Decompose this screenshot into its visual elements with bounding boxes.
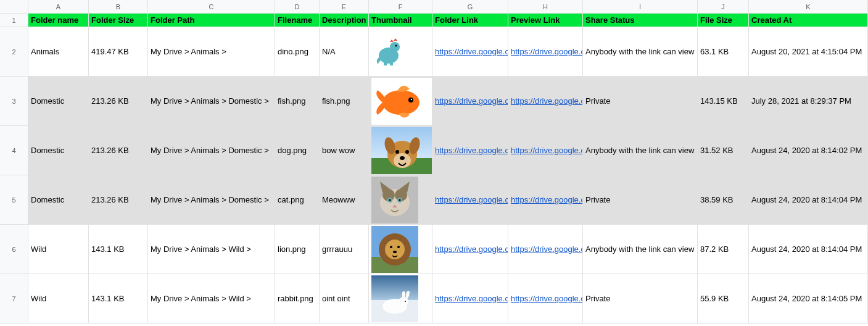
preview-link[interactable]: https://drive.google.c: [511, 294, 583, 303]
row-header-3[interactable]: 3: [0, 77, 28, 126]
preview-link-cell[interactable]: https://drive.google.c: [508, 27, 583, 77]
folder-name-cell[interactable]: Wild: [28, 225, 89, 274]
folder-size-cell[interactable]: 419.47 KB: [89, 27, 148, 77]
folder-name-cell[interactable]: Wild: [28, 274, 89, 324]
preview-link-cell[interactable]: https://drive.google.c: [508, 274, 583, 324]
folder-link[interactable]: https://drive.google.c: [435, 146, 508, 155]
preview-link-cell[interactable]: https://drive.google.c: [508, 77, 583, 126]
description-cell[interactable]: bow wow: [320, 126, 369, 175]
row-header-5[interactable]: 5: [0, 175, 28, 225]
description-cell[interactable]: N/A: [320, 27, 369, 77]
share-status-cell[interactable]: Anybody with the link can view: [583, 126, 698, 175]
description-cell[interactable]: Meowww: [320, 175, 369, 225]
folder-link-cell[interactable]: https://drive.google.c: [432, 77, 508, 126]
column-header-b[interactable]: B: [89, 0, 148, 14]
header-cell-c[interactable]: Folder Path: [148, 14, 275, 27]
header-cell-b[interactable]: Folder Size: [89, 14, 148, 27]
select-all-corner[interactable]: [0, 0, 28, 14]
row-header-1[interactable]: 1: [0, 14, 28, 27]
folder-link-cell[interactable]: https://drive.google.c: [432, 274, 508, 324]
folder-path-cell[interactable]: My Drive > Animals >: [148, 27, 275, 77]
share-status-cell[interactable]: Anybody with the link can view: [583, 27, 698, 77]
column-header-g[interactable]: G: [432, 0, 508, 14]
folder-size-cell[interactable]: 143.1 KB: [89, 274, 148, 324]
file-size-cell[interactable]: 143.15 KB: [698, 77, 749, 126]
column-header-h[interactable]: H: [508, 0, 583, 14]
folder-size-cell[interactable]: 213.26 KB: [89, 175, 148, 225]
preview-link[interactable]: https://drive.google.c: [511, 47, 583, 56]
header-cell-h[interactable]: Preview Link: [508, 14, 583, 27]
folder-link[interactable]: https://drive.google.c: [435, 294, 508, 303]
filename-cell[interactable]: dino.png: [275, 27, 320, 77]
preview-link[interactable]: https://drive.google.c: [511, 146, 583, 155]
filename-cell[interactable]: rabbit.png: [275, 274, 320, 324]
thumbnail-cell[interactable]: [369, 27, 432, 77]
header-cell-k[interactable]: Created At: [749, 14, 868, 27]
created-at-cell[interactable]: August 20, 2021 at 4:15:04 PM: [749, 27, 868, 77]
folder-path-cell[interactable]: My Drive > Animals > Domestic >: [148, 77, 275, 126]
folder-link[interactable]: https://drive.google.c: [435, 195, 508, 204]
column-header-k[interactable]: K: [749, 0, 868, 14]
column-header-f[interactable]: F: [369, 0, 432, 14]
folder-path-cell[interactable]: My Drive > Animals > Domestic >: [148, 126, 275, 175]
preview-link[interactable]: https://drive.google.c: [511, 96, 583, 106]
header-cell-e[interactable]: Description: [320, 14, 369, 27]
created-at-cell[interactable]: August 24, 2020 at 8:14:02 PM: [749, 126, 868, 175]
share-status-cell[interactable]: Private: [583, 274, 698, 324]
folder-link[interactable]: https://drive.google.c: [435, 244, 508, 254]
preview-link-cell[interactable]: https://drive.google.c: [508, 175, 583, 225]
folder-size-cell[interactable]: 213.26 KB: [89, 126, 148, 175]
header-cell-d[interactable]: Filename: [275, 14, 320, 27]
folder-link-cell[interactable]: https://drive.google.c: [432, 27, 508, 77]
file-size-cell[interactable]: 38.59 KB: [698, 175, 749, 225]
created-at-cell[interactable]: August 24, 2020 at 8:14:04 PM: [749, 175, 868, 225]
filename-cell[interactable]: cat.png: [275, 175, 320, 225]
column-header-e[interactable]: E: [320, 0, 369, 14]
file-size-cell[interactable]: 63.1 KB: [698, 27, 749, 77]
folder-path-cell[interactable]: My Drive > Animals > Wild >: [148, 225, 275, 274]
column-header-d[interactable]: D: [275, 0, 320, 14]
filename-cell[interactable]: fish.png: [275, 77, 320, 126]
created-at-cell[interactable]: August 24, 2020 at 8:14:05 PM: [749, 274, 868, 324]
file-size-cell[interactable]: 87.2 KB: [698, 225, 749, 274]
thumbnail-cell[interactable]: [369, 274, 432, 324]
folder-name-cell[interactable]: Domestic: [28, 175, 89, 225]
folder-name-cell[interactable]: Domestic: [28, 126, 89, 175]
preview-link[interactable]: https://drive.google.c: [511, 244, 583, 254]
thumbnail-cell[interactable]: [369, 175, 432, 225]
header-cell-g[interactable]: Folder Link: [432, 14, 508, 27]
preview-link-cell[interactable]: https://drive.google.c: [508, 126, 583, 175]
file-size-cell[interactable]: 31.52 KB: [698, 126, 749, 175]
header-cell-f[interactable]: Thumbnail: [369, 14, 432, 27]
folder-link[interactable]: https://drive.google.c: [435, 47, 508, 56]
folder-name-cell[interactable]: Domestic: [28, 77, 89, 126]
description-cell[interactable]: oint oint: [320, 274, 369, 324]
description-cell[interactable]: fish.png: [320, 77, 369, 126]
header-cell-i[interactable]: Share Status: [583, 14, 698, 27]
share-status-cell[interactable]: Private: [583, 77, 698, 126]
header-cell-a[interactable]: Folder name: [28, 14, 89, 27]
row-header-7[interactable]: 7: [0, 274, 28, 324]
row-header-4[interactable]: 4: [0, 126, 28, 175]
column-header-c[interactable]: C: [148, 0, 275, 14]
column-header-i[interactable]: I: [583, 0, 698, 14]
folder-link-cell[interactable]: https://drive.google.c: [432, 175, 508, 225]
row-header-2[interactable]: 2: [0, 27, 28, 77]
column-header-j[interactable]: J: [698, 0, 749, 14]
filename-cell[interactable]: lion.png: [275, 225, 320, 274]
folder-link-cell[interactable]: https://drive.google.c: [432, 225, 508, 274]
header-cell-j[interactable]: File Size: [698, 14, 749, 27]
created-at-cell[interactable]: July 28, 2021 at 8:29:37 PM: [749, 77, 868, 126]
preview-link[interactable]: https://drive.google.c: [511, 195, 583, 204]
column-header-a[interactable]: A: [28, 0, 89, 14]
folder-size-cell[interactable]: 143.1 KB: [89, 225, 148, 274]
folder-name-cell[interactable]: Animals: [28, 27, 89, 77]
folder-path-cell[interactable]: My Drive > Animals > Wild >: [148, 274, 275, 324]
thumbnail-cell[interactable]: [369, 77, 432, 126]
row-header-6[interactable]: 6: [0, 225, 28, 274]
preview-link-cell[interactable]: https://drive.google.c: [508, 225, 583, 274]
filename-cell[interactable]: dog.png: [275, 126, 320, 175]
folder-link[interactable]: https://drive.google.c: [435, 96, 508, 106]
folder-size-cell[interactable]: 213.26 KB: [89, 77, 148, 126]
thumbnail-cell[interactable]: [369, 126, 432, 175]
